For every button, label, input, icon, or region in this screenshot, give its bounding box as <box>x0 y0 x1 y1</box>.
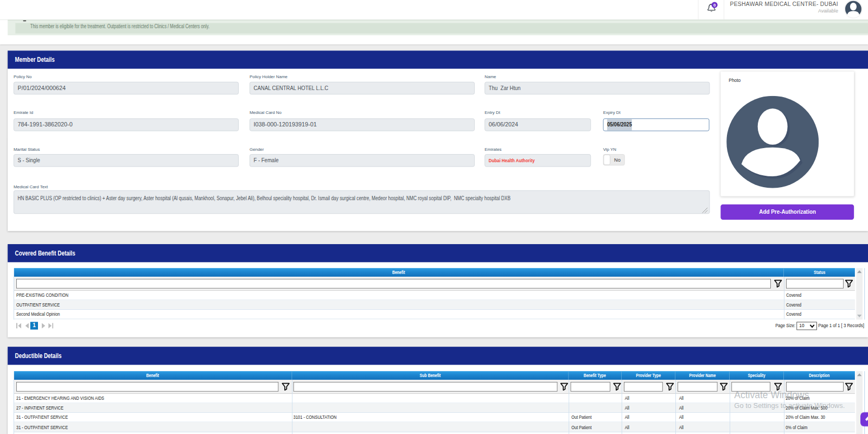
svg-text:0: 0 <box>713 3 716 8</box>
